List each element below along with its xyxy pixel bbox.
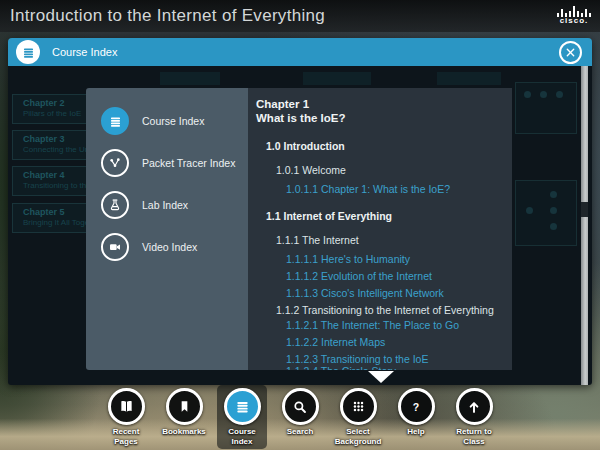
outline-topic: 1.1.1 The Internet bbox=[248, 235, 512, 246]
outline-link[interactable]: 1.1.2.3 Transitioning to the IoE bbox=[248, 354, 512, 365]
dock-item-return-to-class[interactable]: Return to Class bbox=[449, 385, 499, 449]
chapter-name: What is the IoE? bbox=[256, 111, 512, 125]
dock-item-course-index[interactable]: Course Index bbox=[217, 385, 267, 449]
question-icon: ? bbox=[398, 388, 435, 425]
svg-text:?: ? bbox=[413, 400, 419, 412]
outline-topic: 1.1.2 Transitioning to the Internet of E… bbox=[248, 305, 512, 316]
dock-item-bookmarks[interactable]: Bookmarks bbox=[159, 385, 209, 439]
dock-item-select-background[interactable]: Select Background bbox=[333, 385, 383, 449]
dock-label: Recent Pages bbox=[101, 427, 151, 447]
list-icon bbox=[224, 388, 261, 425]
app-window: Introduction to the Internet of Everythi… bbox=[0, 0, 600, 450]
sidebar-item-lab-index[interactable]: Lab Index bbox=[86, 184, 248, 226]
list-icon bbox=[101, 107, 129, 135]
up-arrow-icon bbox=[456, 388, 493, 425]
flask-icon bbox=[101, 191, 129, 219]
dock-label: Help bbox=[407, 427, 424, 437]
index-sidebar: Course Index Packet Tracer In bbox=[86, 88, 248, 370]
sidebar-item-label: Video Index bbox=[142, 241, 197, 253]
dock-item-recent-pages[interactable]: Recent Pages bbox=[101, 385, 151, 449]
dimmed-icon-box bbox=[515, 82, 577, 134]
bottom-dock: Recent Pages Bookmarks Course Index bbox=[101, 385, 499, 449]
outline-topic: 1.0.1 Welcome bbox=[248, 165, 512, 176]
chapter-number: Chapter 1 bbox=[256, 97, 512, 111]
dimmed-tab bbox=[303, 72, 371, 85]
dimmed-tab bbox=[160, 72, 220, 85]
menu-list-icon[interactable] bbox=[16, 40, 40, 64]
book-icon bbox=[108, 388, 145, 425]
scrollbar-track[interactable] bbox=[581, 66, 588, 385]
sidebar-item-label: Packet Tracer Index bbox=[142, 157, 235, 169]
outline-link[interactable]: 1.1.2.4 The Circle Story bbox=[248, 366, 512, 370]
sidebar-item-label: Course Index bbox=[142, 115, 204, 127]
dock-item-search[interactable]: Search bbox=[275, 385, 325, 439]
dock-label: Course Index bbox=[217, 427, 267, 447]
cisco-wordmark: cisco. bbox=[560, 17, 589, 26]
dock-label: Bookmarks bbox=[162, 427, 206, 437]
outline-link[interactable]: 1.1.1.1 Here's to Humanity bbox=[248, 254, 512, 265]
modal-body: Chapter 2 Pillars of the IoE Chapter 3 C… bbox=[8, 66, 592, 385]
cisco-logo: cisco. bbox=[557, 6, 591, 26]
sidebar-item-label: Lab Index bbox=[142, 199, 188, 211]
dock-label: Select Background bbox=[333, 427, 383, 447]
outline-link[interactable]: 1.0.1.1 Chapter 1: What is the IoE? bbox=[248, 184, 512, 195]
outline-section: 1.1 Internet of Everything bbox=[248, 211, 512, 222]
dock-item-help[interactable]: ? Help bbox=[391, 385, 441, 439]
outline-link[interactable]: 1.1.1.3 Cisco's Intelligent Network bbox=[248, 288, 512, 299]
search-icon bbox=[282, 388, 319, 425]
chapter-outline-panel: Chapter 1 What is the IoE? 1.0 Introduct… bbox=[248, 88, 512, 370]
network-icon bbox=[101, 149, 129, 177]
video-camera-icon bbox=[101, 233, 129, 261]
dock-label: Search bbox=[287, 427, 314, 437]
scroll-down-indicator[interactable] bbox=[368, 371, 394, 383]
outline-link[interactable]: 1.1.1.2 Evolution of the Internet bbox=[248, 271, 512, 282]
modal-header: Course Index bbox=[8, 38, 592, 66]
grid-icon bbox=[340, 388, 377, 425]
close-icon[interactable] bbox=[559, 41, 582, 64]
sidebar-item-packet-tracer-index[interactable]: Packet Tracer Index bbox=[86, 142, 248, 184]
course-index-modal: Course Index Chapter 2 Pillars of the Io… bbox=[8, 38, 592, 385]
outline-link[interactable]: 1.1.2.2 Internet Maps bbox=[248, 337, 512, 348]
sidebar-item-course-index[interactable]: Course Index bbox=[86, 100, 248, 142]
bookmark-icon bbox=[166, 388, 203, 425]
outline-section: 1.0 Introduction bbox=[248, 141, 512, 152]
chapter-heading: Chapter 1 What is the IoE? bbox=[248, 88, 512, 125]
titlebar: Introduction to the Internet of Everythi… bbox=[0, 0, 600, 32]
sidebar-item-video-index[interactable]: Video Index bbox=[86, 226, 248, 268]
outline-link[interactable]: 1.1.2.1 The Internet: The Place to Go bbox=[248, 320, 512, 331]
course-title: Introduction to the Internet of Everythi… bbox=[0, 6, 325, 26]
dimmed-icon-box bbox=[515, 180, 577, 246]
dimmed-tab bbox=[437, 72, 501, 85]
modal-title: Course Index bbox=[52, 46, 117, 58]
dock-label: Return to Class bbox=[449, 427, 499, 447]
scrollbar-thumb[interactable] bbox=[581, 202, 588, 217]
